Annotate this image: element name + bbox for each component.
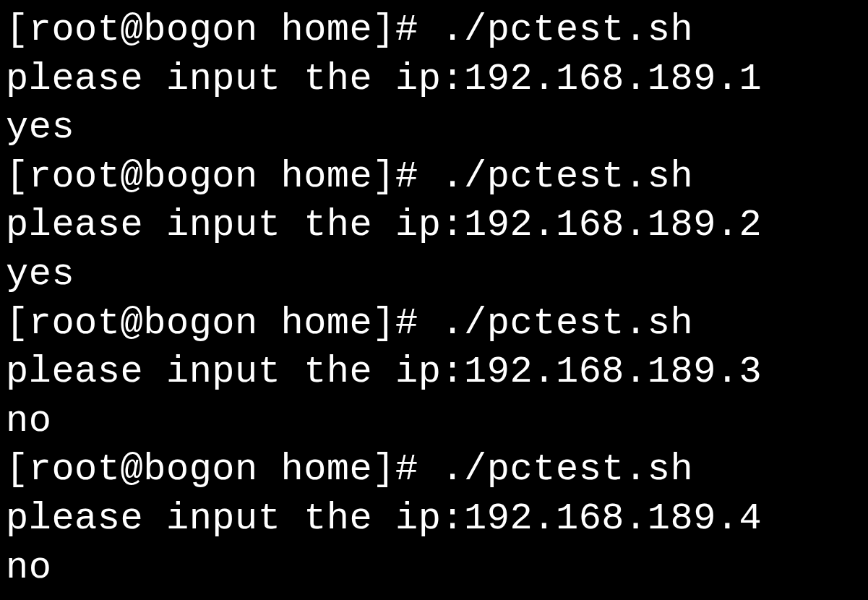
input-label: please input the ip: (6, 351, 464, 393)
result-line: yes (6, 103, 862, 153)
input-line: please input the ip:192.168.189.4 (6, 494, 862, 544)
input-value: 192.168.189.4 (464, 497, 762, 540)
input-label: please input the ip: (6, 497, 464, 540)
command-text: ./pctest.sh (441, 448, 693, 491)
command-text: ./pctest.sh (441, 302, 693, 345)
shell-prompt: [root@bogon home]# (6, 9, 441, 51)
command-text: ./pctest.sh (441, 9, 693, 51)
input-value: 192.168.189.1 (464, 58, 762, 100)
terminal-output[interactable]: [root@bogon home]# ./pctest.sh please in… (6, 6, 862, 592)
input-label: please input the ip: (6, 58, 464, 100)
input-line: please input the ip:192.168.189.3 (6, 348, 862, 397)
command-line: [root@bogon home]# ./pctest.sh (6, 6, 862, 55)
input-value: 192.168.189.2 (464, 204, 762, 247)
result-line: no (6, 397, 862, 446)
input-label: please input the ip: (6, 204, 464, 247)
result-line: yes (6, 250, 862, 299)
input-line: please input the ip:192.168.189.2 (6, 201, 862, 250)
command-text: ./pctest.sh (441, 155, 693, 198)
shell-prompt: [root@bogon home]# (6, 155, 441, 198)
input-value: 192.168.189.3 (464, 351, 762, 393)
shell-prompt: [root@bogon home]# (6, 302, 441, 345)
command-line: [root@bogon home]# ./pctest.sh (6, 445, 862, 494)
input-line: please input the ip:192.168.189.1 (6, 55, 862, 104)
command-line: [root@bogon home]# ./pctest.sh (6, 299, 862, 348)
shell-prompt: [root@bogon home]# (6, 448, 441, 491)
command-line: [root@bogon home]# ./pctest.sh (6, 153, 862, 202)
result-line: no (6, 544, 862, 593)
